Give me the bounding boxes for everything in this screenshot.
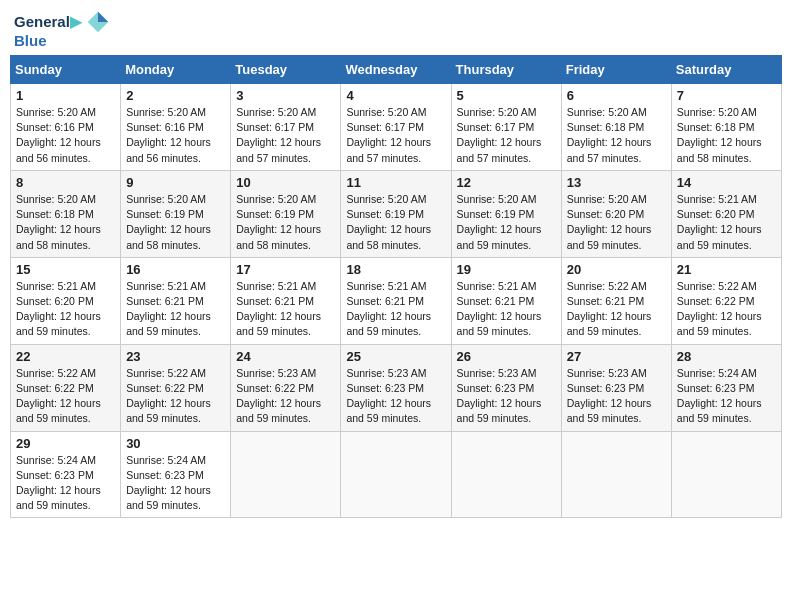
day-number: 5 xyxy=(457,88,556,103)
day-info: Sunrise: 5:23 AMSunset: 6:22 PMDaylight:… xyxy=(236,366,335,427)
calendar-cell: 13Sunrise: 5:20 AMSunset: 6:20 PMDayligh… xyxy=(561,170,671,257)
day-number: 13 xyxy=(567,175,666,190)
day-info: Sunrise: 5:22 AMSunset: 6:22 PMDaylight:… xyxy=(677,279,776,340)
calendar-cell xyxy=(671,431,781,518)
day-info: Sunrise: 5:21 AMSunset: 6:21 PMDaylight:… xyxy=(346,279,445,340)
header-monday: Monday xyxy=(121,56,231,84)
calendar-cell: 18Sunrise: 5:21 AMSunset: 6:21 PMDayligh… xyxy=(341,257,451,344)
day-info: Sunrise: 5:20 AMSunset: 6:18 PMDaylight:… xyxy=(567,105,666,166)
day-info: Sunrise: 5:24 AMSunset: 6:23 PMDaylight:… xyxy=(126,453,225,514)
day-number: 28 xyxy=(677,349,776,364)
calendar-cell: 9Sunrise: 5:20 AMSunset: 6:19 PMDaylight… xyxy=(121,170,231,257)
calendar-cell: 7Sunrise: 5:20 AMSunset: 6:18 PMDaylight… xyxy=(671,84,781,171)
header-saturday: Saturday xyxy=(671,56,781,84)
day-info: Sunrise: 5:20 AMSunset: 6:18 PMDaylight:… xyxy=(16,192,115,253)
calendar-cell: 12Sunrise: 5:20 AMSunset: 6:19 PMDayligh… xyxy=(451,170,561,257)
day-info: Sunrise: 5:21 AMSunset: 6:20 PMDaylight:… xyxy=(16,279,115,340)
day-info: Sunrise: 5:20 AMSunset: 6:19 PMDaylight:… xyxy=(126,192,225,253)
calendar-body: 1Sunrise: 5:20 AMSunset: 6:16 PMDaylight… xyxy=(11,84,782,518)
logo: General▶ Blue xyxy=(14,10,110,49)
day-number: 6 xyxy=(567,88,666,103)
calendar-header-row: SundayMondayTuesdayWednesdayThursdayFrid… xyxy=(11,56,782,84)
week-row-2: 8Sunrise: 5:20 AMSunset: 6:18 PMDaylight… xyxy=(11,170,782,257)
calendar-cell xyxy=(561,431,671,518)
day-number: 26 xyxy=(457,349,556,364)
calendar-cell: 28Sunrise: 5:24 AMSunset: 6:23 PMDayligh… xyxy=(671,344,781,431)
day-number: 29 xyxy=(16,436,115,451)
day-number: 25 xyxy=(346,349,445,364)
day-number: 18 xyxy=(346,262,445,277)
day-info: Sunrise: 5:20 AMSunset: 6:17 PMDaylight:… xyxy=(457,105,556,166)
calendar-cell: 25Sunrise: 5:23 AMSunset: 6:23 PMDayligh… xyxy=(341,344,451,431)
calendar-cell xyxy=(451,431,561,518)
day-number: 21 xyxy=(677,262,776,277)
day-number: 20 xyxy=(567,262,666,277)
day-info: Sunrise: 5:21 AMSunset: 6:21 PMDaylight:… xyxy=(457,279,556,340)
day-number: 22 xyxy=(16,349,115,364)
day-info: Sunrise: 5:21 AMSunset: 6:21 PMDaylight:… xyxy=(126,279,225,340)
calendar-cell: 21Sunrise: 5:22 AMSunset: 6:22 PMDayligh… xyxy=(671,257,781,344)
day-info: Sunrise: 5:20 AMSunset: 6:19 PMDaylight:… xyxy=(346,192,445,253)
day-info: Sunrise: 5:22 AMSunset: 6:21 PMDaylight:… xyxy=(567,279,666,340)
week-row-1: 1Sunrise: 5:20 AMSunset: 6:16 PMDaylight… xyxy=(11,84,782,171)
day-info: Sunrise: 5:20 AMSunset: 6:17 PMDaylight:… xyxy=(236,105,335,166)
day-number: 30 xyxy=(126,436,225,451)
day-number: 23 xyxy=(126,349,225,364)
day-number: 24 xyxy=(236,349,335,364)
calendar-table: SundayMondayTuesdayWednesdayThursdayFrid… xyxy=(10,55,782,518)
page-header: General▶ Blue xyxy=(10,10,782,49)
calendar-cell xyxy=(231,431,341,518)
day-info: Sunrise: 5:20 AMSunset: 6:17 PMDaylight:… xyxy=(346,105,445,166)
day-number: 9 xyxy=(126,175,225,190)
day-number: 19 xyxy=(457,262,556,277)
day-number: 14 xyxy=(677,175,776,190)
day-number: 7 xyxy=(677,88,776,103)
calendar-cell: 20Sunrise: 5:22 AMSunset: 6:21 PMDayligh… xyxy=(561,257,671,344)
day-number: 11 xyxy=(346,175,445,190)
calendar-cell: 30Sunrise: 5:24 AMSunset: 6:23 PMDayligh… xyxy=(121,431,231,518)
header-tuesday: Tuesday xyxy=(231,56,341,84)
calendar-cell: 26Sunrise: 5:23 AMSunset: 6:23 PMDayligh… xyxy=(451,344,561,431)
week-row-4: 22Sunrise: 5:22 AMSunset: 6:22 PMDayligh… xyxy=(11,344,782,431)
calendar-cell: 23Sunrise: 5:22 AMSunset: 6:22 PMDayligh… xyxy=(121,344,231,431)
calendar-cell: 4Sunrise: 5:20 AMSunset: 6:17 PMDaylight… xyxy=(341,84,451,171)
day-number: 8 xyxy=(16,175,115,190)
day-info: Sunrise: 5:22 AMSunset: 6:22 PMDaylight:… xyxy=(126,366,225,427)
calendar-cell: 11Sunrise: 5:20 AMSunset: 6:19 PMDayligh… xyxy=(341,170,451,257)
day-number: 16 xyxy=(126,262,225,277)
day-number: 4 xyxy=(346,88,445,103)
day-info: Sunrise: 5:20 AMSunset: 6:19 PMDaylight:… xyxy=(236,192,335,253)
calendar-cell: 22Sunrise: 5:22 AMSunset: 6:22 PMDayligh… xyxy=(11,344,121,431)
calendar-cell: 5Sunrise: 5:20 AMSunset: 6:17 PMDaylight… xyxy=(451,84,561,171)
day-number: 27 xyxy=(567,349,666,364)
day-number: 3 xyxy=(236,88,335,103)
calendar-cell: 8Sunrise: 5:20 AMSunset: 6:18 PMDaylight… xyxy=(11,170,121,257)
calendar-cell: 6Sunrise: 5:20 AMSunset: 6:18 PMDaylight… xyxy=(561,84,671,171)
logo-blue: Blue xyxy=(14,32,110,49)
day-info: Sunrise: 5:24 AMSunset: 6:23 PMDaylight:… xyxy=(677,366,776,427)
day-number: 10 xyxy=(236,175,335,190)
calendar-cell: 10Sunrise: 5:20 AMSunset: 6:19 PMDayligh… xyxy=(231,170,341,257)
logo-text: General▶ xyxy=(14,13,82,31)
day-info: Sunrise: 5:23 AMSunset: 6:23 PMDaylight:… xyxy=(457,366,556,427)
calendar-cell: 19Sunrise: 5:21 AMSunset: 6:21 PMDayligh… xyxy=(451,257,561,344)
day-info: Sunrise: 5:21 AMSunset: 6:21 PMDaylight:… xyxy=(236,279,335,340)
header-sunday: Sunday xyxy=(11,56,121,84)
day-info: Sunrise: 5:20 AMSunset: 6:20 PMDaylight:… xyxy=(567,192,666,253)
logo-icon xyxy=(86,10,110,34)
calendar-cell: 27Sunrise: 5:23 AMSunset: 6:23 PMDayligh… xyxy=(561,344,671,431)
calendar-cell: 14Sunrise: 5:21 AMSunset: 6:20 PMDayligh… xyxy=(671,170,781,257)
day-info: Sunrise: 5:23 AMSunset: 6:23 PMDaylight:… xyxy=(346,366,445,427)
day-info: Sunrise: 5:21 AMSunset: 6:20 PMDaylight:… xyxy=(677,192,776,253)
calendar-cell: 17Sunrise: 5:21 AMSunset: 6:21 PMDayligh… xyxy=(231,257,341,344)
header-friday: Friday xyxy=(561,56,671,84)
day-number: 15 xyxy=(16,262,115,277)
header-wednesday: Wednesday xyxy=(341,56,451,84)
day-info: Sunrise: 5:20 AMSunset: 6:19 PMDaylight:… xyxy=(457,192,556,253)
day-number: 1 xyxy=(16,88,115,103)
day-number: 2 xyxy=(126,88,225,103)
day-info: Sunrise: 5:20 AMSunset: 6:16 PMDaylight:… xyxy=(16,105,115,166)
day-info: Sunrise: 5:20 AMSunset: 6:18 PMDaylight:… xyxy=(677,105,776,166)
day-number: 12 xyxy=(457,175,556,190)
week-row-5: 29Sunrise: 5:24 AMSunset: 6:23 PMDayligh… xyxy=(11,431,782,518)
